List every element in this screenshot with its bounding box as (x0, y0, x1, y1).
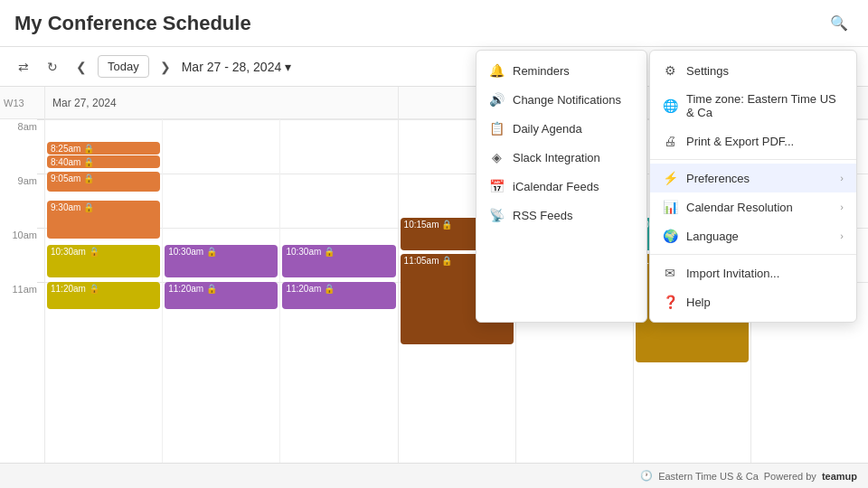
right-dropdown: ⚙ Settings 🌐 Time zone: Eastern Time US … (649, 50, 857, 323)
clipboard-icon: 📋 (489, 121, 504, 136)
bell-icon: 🔔 (489, 63, 504, 78)
preferences-icon: ⚡ (663, 171, 677, 185)
rss-icon: 📡 (489, 208, 504, 222)
day-col-1: Mar 27, 2024 8:25am 🔒 8:40am 🔒 9:05am 🔒 … (45, 87, 399, 463)
toolbar-nav: ⇄ ↻ ❮ Today ❯ Mar 27 - 28, 2024 ▾ (11, 55, 535, 78)
page-title: My Conference Schedule (14, 12, 825, 35)
event-840am[interactable]: 8:40am 🔒 (47, 155, 160, 168)
chevron-right-icon-3: › (840, 230, 844, 241)
dropdown-print-export[interactable]: 🖨 Print & Export PDF... (650, 127, 856, 155)
dropdown-divider-2 (650, 254, 856, 255)
nav-expand-button[interactable]: ⇄ (11, 56, 36, 78)
chevron-right-icon: › (840, 173, 844, 183)
print-icon: 🖨 (663, 134, 677, 148)
dropdown-slack-integration[interactable]: ◈ Slack Integration (476, 143, 646, 172)
event-1030am-2[interactable]: 10:30am 🔒 (165, 245, 278, 277)
chevron-down-icon: ▾ (285, 60, 291, 74)
dropdown-language[interactable]: 🌍 Language › (650, 221, 856, 250)
gear-icon: ⚙ (663, 63, 677, 78)
date-range[interactable]: Mar 27 - 28, 2024 ▾ (182, 60, 292, 74)
refresh-button[interactable]: ↻ (40, 56, 65, 78)
dropdown-import-invitation[interactable]: ✉ Import Invitation... (650, 258, 856, 287)
powered-by-label: Powered by (764, 471, 816, 482)
slack-icon: ◈ (489, 150, 504, 164)
footer: 🕐 Eastern Time US & Ca Powered by teamup (0, 463, 868, 488)
header: My Conference Schedule 🔍 (0, 0, 868, 47)
dropdown-icalendar-feeds[interactable]: 📅 iCalendar Feeds (476, 172, 646, 201)
day1-subcol-1: 8:25am 🔒 8:40am 🔒 9:05am 🔒 9:30am 🔒 10:3… (45, 119, 163, 463)
dropdown-preferences[interactable]: ⚡ Preferences › (650, 164, 856, 192)
nav-next-button[interactable]: ❯ (153, 56, 178, 78)
dropdown-timezone[interactable]: 🌐 Time zone: Eastern Time US & Ca (650, 85, 856, 127)
time-11am: 11am (0, 282, 44, 336)
event-905am[interactable]: 9:05am 🔒 (47, 172, 160, 192)
dropdown-help[interactable]: ❓ Help (650, 287, 856, 316)
left-dropdown: 🔔 Reminders 🔊 Change Notifications 📋 Dai… (476, 50, 647, 323)
brand-label: teamup (822, 471, 857, 482)
event-1120am-2[interactable]: 11:20am 🔒 (165, 282, 278, 309)
event-930am[interactable]: 9:30am 🔒 (47, 201, 160, 239)
dropdown-settings[interactable]: ⚙ Settings (650, 56, 856, 85)
dropdown-daily-agenda[interactable]: 📋 Daily Agenda (476, 114, 646, 143)
event-1120am-3[interactable]: 11:20am 🔒 (282, 282, 395, 309)
time-10am: 10am (0, 228, 44, 282)
dropdown-calendar-resolution[interactable]: 📊 Calendar Resolution › (650, 192, 856, 221)
resolution-icon: 📊 (663, 200, 677, 214)
help-icon: ❓ (663, 295, 677, 309)
day1-subcol-2: 10:30am 🔒 11:20am 🔒 (163, 119, 280, 463)
sound-icon: 🔊 (489, 92, 504, 107)
dropdown-change-notifications[interactable]: 🔊 Change Notifications (476, 85, 646, 114)
today-button[interactable]: Today (98, 55, 149, 78)
timezone-label: Eastern Time US & Ca (658, 471, 759, 482)
timezone-icon: 🕐 (640, 470, 653, 482)
dropdown-divider-1 (650, 159, 856, 160)
dropdown-rss-feeds[interactable]: 📡 RSS Feeds (476, 201, 646, 230)
calendar-icon: 📅 (489, 179, 504, 193)
event-1120am-1[interactable]: 11:20am 🔒 (47, 282, 160, 309)
time-9am: 9am (0, 174, 44, 228)
week-label: W13 (0, 87, 44, 119)
day1-header: Mar 27, 2024 (45, 87, 398, 119)
envelope-icon: ✉ (663, 266, 677, 280)
event-1030am-1[interactable]: 10:30am 🔒 (47, 245, 160, 277)
nav-prev-button[interactable]: ❮ (69, 56, 94, 78)
dropdown-reminders[interactable]: 🔔 Reminders (476, 56, 646, 85)
day1-subcol-3: 10:30am 🔒 11:20am 🔒 (280, 119, 397, 463)
time-8am: 8am (0, 119, 44, 174)
search-button[interactable]: 🔍 (825, 9, 854, 38)
chevron-right-icon-2: › (840, 202, 844, 212)
globe-icon: 🌐 (663, 99, 677, 113)
event-825am[interactable]: 8:25am 🔒 (47, 142, 160, 155)
dropdown-container: 🔔 Reminders 🔊 Change Notifications 📋 Dai… (476, 50, 857, 323)
language-icon: 🌍 (663, 229, 677, 243)
event-1030am-3[interactable]: 10:30am 🔒 (282, 245, 395, 277)
time-column: W13 8am 9am 10am 11am (0, 87, 45, 463)
